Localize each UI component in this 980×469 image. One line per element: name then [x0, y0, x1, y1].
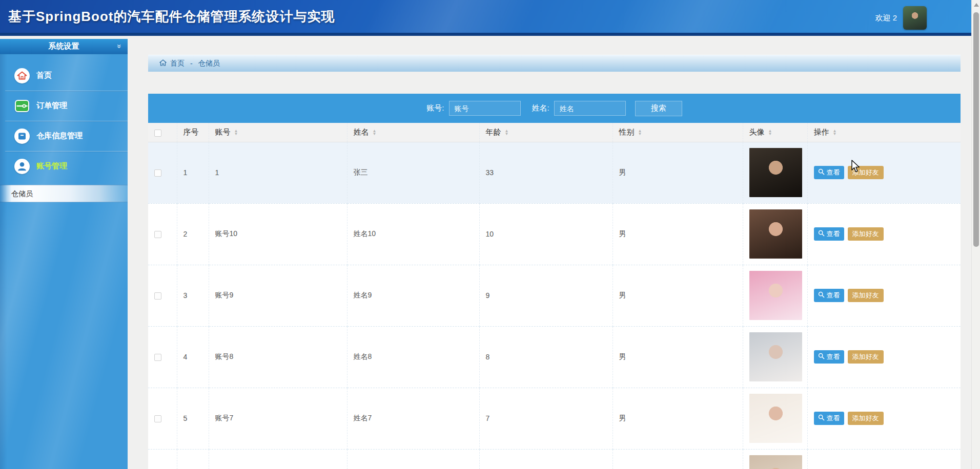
- name-input[interactable]: [554, 101, 626, 116]
- cell-index: 1: [177, 142, 209, 203]
- cell-name: 姓名9: [347, 265, 479, 326]
- cell-account: 账号9: [209, 265, 347, 326]
- cell-name: [347, 449, 479, 469]
- sidebar-item-label: 首页: [36, 71, 52, 80]
- search-icon: [818, 291, 825, 300]
- select-all-cell: [148, 123, 177, 142]
- select-all-checkbox[interactable]: [154, 130, 161, 137]
- scroll-up-arrow-icon[interactable]: [974, 3, 979, 7]
- cell-age: 9: [479, 265, 612, 326]
- warehouse-icon: [14, 129, 30, 144]
- sidebar-item-label: 仓库信息管理: [36, 131, 83, 141]
- view-button[interactable]: 查看: [814, 166, 844, 179]
- view-button[interactable]: 查看: [814, 412, 844, 425]
- sort-icon[interactable]: ▲▼: [373, 130, 377, 136]
- sidebar-item-accounts[interactable]: 账号管理: [0, 151, 128, 181]
- account-label: 账号:: [426, 103, 444, 113]
- name-label: 姓名:: [532, 103, 549, 113]
- row-checkbox[interactable]: [154, 292, 161, 300]
- sort-icon[interactable]: ▲▼: [638, 130, 642, 136]
- cell-age: [479, 449, 612, 469]
- sidebar-subitem-warehouse-staff[interactable]: 仓储员: [0, 185, 128, 202]
- row-checkbox[interactable]: [154, 415, 161, 422]
- cell-actions: 查看添加好友: [807, 449, 961, 469]
- search-icon: [818, 353, 825, 361]
- scrollbar-thumb[interactable]: [973, 12, 979, 247]
- view-button[interactable]: 查看: [814, 289, 844, 302]
- home-icon: [159, 59, 167, 68]
- avatar-photo: [749, 394, 802, 443]
- search-icon: [818, 168, 825, 177]
- scrollbar[interactable]: [971, 0, 980, 469]
- breadcrumb: 首页 - 仓储员: [148, 55, 961, 72]
- sort-icon[interactable]: ▲▼: [833, 130, 837, 136]
- breadcrumb-home[interactable]: 首页: [170, 59, 185, 68]
- cell-actions: 查看添加好友: [807, 265, 961, 326]
- sort-icon[interactable]: ▲▼: [234, 130, 238, 136]
- main-content: 首页 - 仓储员 账号: 姓名: 搜索 序号账号▲▼姓名▲▼年龄▲▼性别▲▼头像…: [128, 39, 971, 469]
- cell-actions: 查看添加好友: [807, 326, 961, 388]
- cell-index: 5: [177, 388, 209, 449]
- row-checkbox[interactable]: [154, 169, 161, 177]
- avatar-photo: [749, 148, 802, 197]
- cell-age: 7: [479, 388, 612, 449]
- column-header: 头像▲▼: [743, 123, 807, 142]
- search-button[interactable]: 搜索: [635, 101, 682, 116]
- table-row: 查看添加好友: [148, 449, 961, 469]
- cell-account: [209, 449, 347, 469]
- column-header: 姓名▲▼: [347, 123, 479, 142]
- sidebar-item-orders[interactable]: 订单管理: [0, 91, 128, 121]
- cell-name: 姓名7: [347, 388, 479, 449]
- data-panel: 账号: 姓名: 搜索 序号账号▲▼姓名▲▼年龄▲▼性别▲▼头像▲▼操作▲▼ 11…: [148, 94, 961, 469]
- cell-gender: 男: [612, 203, 743, 265]
- search-icon: [818, 414, 825, 422]
- add-friend-button[interactable]: 添加好友: [848, 350, 884, 364]
- table-row: 3账号9姓名99男查看添加好友: [148, 265, 961, 326]
- add-friend-button[interactable]: 添加好友: [848, 227, 884, 241]
- cell-gender: 男: [612, 142, 743, 203]
- cell-account: 账号10: [209, 203, 347, 265]
- column-header: 序号: [177, 123, 209, 142]
- sidebar-item-label: 账号管理: [36, 161, 67, 171]
- user-avatar[interactable]: [903, 6, 927, 30]
- cell-gender: 男: [612, 388, 743, 449]
- table-row: 4账号8姓名88男查看添加好友: [148, 326, 961, 388]
- avatar-photo: [749, 455, 802, 469]
- cell-index: 2: [177, 203, 209, 265]
- cell-actions: 查看添加好友: [807, 142, 961, 203]
- cell-account: 账号8: [209, 326, 347, 388]
- view-button[interactable]: 查看: [814, 350, 844, 364]
- cell-index: [177, 449, 209, 469]
- cell-age: 10: [479, 203, 612, 265]
- account-input[interactable]: [449, 101, 521, 116]
- sidebar-item-warehouse-info[interactable]: 仓库信息管理: [0, 121, 128, 151]
- sidebar-section-header[interactable]: 系统设置 «: [0, 39, 128, 54]
- row-checkbox[interactable]: [154, 354, 161, 361]
- view-button[interactable]: 查看: [814, 227, 844, 241]
- table-row: 11张三33男查看添加好友: [148, 142, 961, 203]
- page-title: 基于SpringBoot的汽车配件仓储管理系统设计与实现: [8, 8, 335, 26]
- add-friend-button[interactable]: 添加好友: [848, 289, 884, 302]
- sidebar-item-home[interactable]: 首页: [0, 60, 128, 91]
- avatar-photo: [749, 332, 802, 381]
- cell-age: 33: [479, 142, 612, 203]
- app-header: 基于SpringBoot的汽车配件仓储管理系统设计与实现 欢迎 2: [0, 0, 980, 36]
- cell-name: 姓名10: [347, 203, 479, 265]
- welcome-text: 欢迎 2: [875, 13, 897, 23]
- add-friend-button[interactable]: 添加好友: [848, 412, 884, 425]
- add-friend-button[interactable]: 添加好友: [848, 166, 884, 179]
- search-icon: [818, 230, 825, 238]
- collapse-chevron-icon[interactable]: «: [114, 44, 122, 48]
- row-checkbox[interactable]: [154, 231, 161, 238]
- table-row: 2账号10姓名1010男查看添加好友: [148, 203, 961, 265]
- sort-icon[interactable]: ▲▼: [768, 130, 772, 136]
- user-box: 欢迎 2: [875, 0, 927, 36]
- cell-gender: [612, 449, 743, 469]
- sidebar-menu: 首页订单管理仓库信息管理账号管理: [0, 54, 128, 181]
- cell-index: 4: [177, 326, 209, 388]
- sort-icon[interactable]: ▲▼: [505, 130, 509, 136]
- cell-account: 1: [209, 142, 347, 203]
- cell-name: 张三: [347, 142, 479, 203]
- account-icon: [14, 159, 30, 174]
- breadcrumb-current: 仓储员: [198, 59, 220, 68]
